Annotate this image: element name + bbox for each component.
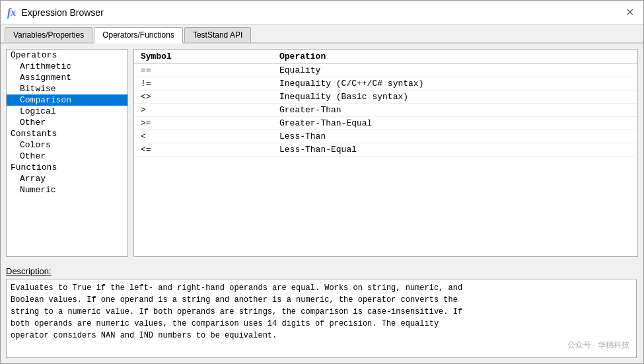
tree-item[interactable]: Colors: [7, 139, 127, 151]
cell-operation: Less-Than-Equal: [279, 145, 637, 155]
expression-browser-window: fx Expression Browser ✕ Variables/Proper…: [0, 0, 644, 364]
title-bar: fx Expression Browser ✕: [1, 1, 643, 24]
cell-operation: Inequality (C/C++/C# syntax): [279, 79, 637, 89]
fx-icon: fx: [7, 7, 16, 18]
column-header-symbol: Symbol: [134, 52, 279, 61]
table-row[interactable]: >=Greater-Than-Equal: [134, 117, 637, 130]
table-row[interactable]: <=Less-Than-Equal: [134, 143, 637, 157]
table-row[interactable]: ==Equality: [134, 64, 637, 77]
cell-symbol: <>: [134, 92, 279, 102]
cell-symbol: !=: [134, 79, 279, 89]
table-row[interactable]: !=Inequality (C/C++/C# syntax): [134, 77, 637, 91]
cell-operation: Equality: [279, 65, 637, 75]
table-row[interactable]: >Greater-Than: [134, 104, 637, 117]
table-panel: Symbol Operation ==Equality!=Inequality …: [133, 49, 638, 257]
column-header-operation: Operation: [279, 52, 637, 61]
cell-symbol: <=: [134, 145, 279, 155]
description-area: Description: Evaluates to True if the le…: [1, 262, 643, 363]
tree-item[interactable]: Array: [7, 173, 127, 184]
tree-item[interactable]: Other: [7, 151, 127, 162]
table-body: ==Equality!=Inequality (C/C++/C# syntax)…: [134, 64, 637, 256]
tab-operators[interactable]: Operators/Functions: [94, 27, 183, 44]
cell-operation: Inequality (Basic syntax): [279, 92, 637, 102]
table-row[interactable]: <Less-Than: [134, 130, 637, 143]
title-bar-left: fx Expression Browser: [7, 7, 104, 18]
tree-item[interactable]: Assignment: [7, 72, 127, 83]
tab-variables[interactable]: Variables/Properties: [5, 27, 92, 42]
table-header: Symbol Operation: [134, 50, 637, 64]
cell-operation: Greater-Than-Equal: [279, 118, 637, 128]
tree-item[interactable]: Constants: [7, 128, 127, 139]
content-area: OperatorsArithmeticAssignmentBitwiseComp…: [1, 44, 643, 262]
cell-symbol: ==: [134, 65, 279, 75]
cell-operation: Greater-Than: [279, 105, 637, 115]
tree-panel[interactable]: OperatorsArithmeticAssignmentBitwiseComp…: [6, 49, 128, 257]
cell-symbol: >=: [134, 118, 279, 128]
tree-item[interactable]: Arithmetic: [7, 61, 127, 72]
description-box: Evaluates to True if the left- and right…: [6, 279, 637, 358]
tabs-bar: Variables/Properties Operators/Functions…: [1, 24, 643, 44]
tree-item[interactable]: Logical: [7, 106, 127, 117]
tree-item[interactable]: Comparison: [7, 94, 127, 106]
cell-symbol: <: [134, 131, 279, 141]
window-title: Expression Browser: [21, 7, 104, 18]
cell-operation: Less-Than: [279, 131, 637, 141]
close-button[interactable]: ✕: [623, 7, 637, 18]
tree-item[interactable]: Operators: [7, 50, 127, 61]
tree-item[interactable]: Functions: [7, 162, 127, 173]
watermark: 公众号 · 华穗科技: [567, 339, 629, 351]
tree-item[interactable]: Other: [7, 117, 127, 128]
tree-item[interactable]: Bitwise: [7, 83, 127, 94]
tree-item[interactable]: Numeric: [7, 184, 127, 196]
description-label: Description:: [6, 266, 638, 276]
description-text: Evaluates to True if the left- and right…: [11, 283, 462, 340]
table-row[interactable]: <>Inequality (Basic syntax): [134, 91, 637, 104]
tab-teststand[interactable]: TestStand API: [184, 27, 251, 42]
cell-symbol: >: [134, 105, 279, 115]
